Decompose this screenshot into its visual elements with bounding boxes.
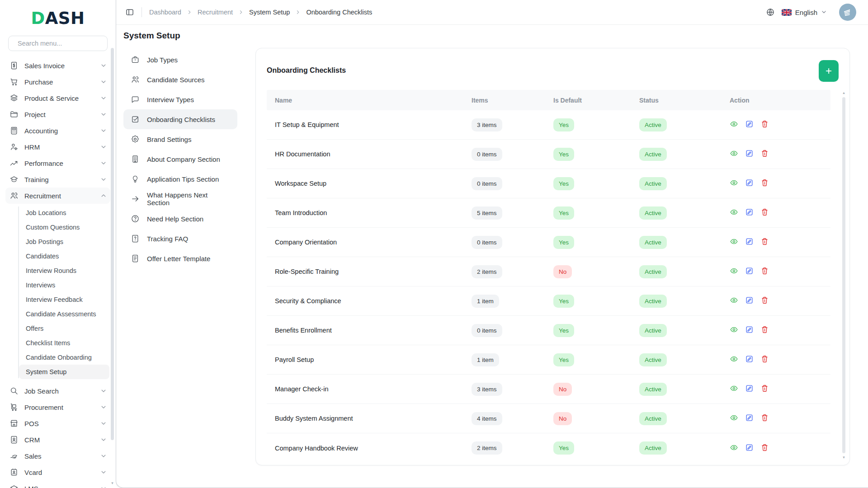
sidebar-scrollbar-thumb[interactable] — [111, 48, 114, 440]
view-button[interactable] — [730, 443, 738, 453]
setup-menu-item-tracking-faq[interactable]: Tracking FAQ — [123, 229, 237, 249]
submenu-item-custom-questions[interactable]: Custom Questions — [19, 220, 109, 235]
language-selector[interactable]: English — [782, 9, 827, 16]
sidebar-item-recruitment[interactable]: Recruitment — [5, 188, 110, 204]
is-default-badge: No — [553, 412, 572, 425]
edit-button[interactable] — [745, 384, 754, 394]
submenu-item-candidate-assessments[interactable]: Candidate Assessments — [19, 307, 109, 321]
setup-menu-item-application-tips-section[interactable]: Application Tips Section — [123, 169, 237, 189]
sidebar-item-crm[interactable]: CRM — [5, 432, 110, 448]
view-button[interactable] — [730, 178, 738, 188]
sidebar-item-hrm[interactable]: HRM — [5, 139, 110, 155]
edit-button[interactable] — [745, 443, 754, 453]
view-button[interactable] — [730, 296, 738, 306]
delete-button[interactable] — [760, 413, 769, 423]
globe-button[interactable] — [766, 8, 775, 17]
edit-button[interactable] — [745, 296, 754, 306]
submenu-item-interview-feedback[interactable]: Interview Feedback — [19, 292, 109, 307]
sidebar-item-training[interactable]: Training — [5, 171, 110, 188]
status-badge: Active — [639, 441, 667, 455]
setup-menu-item-job-types[interactable]: Job Types — [123, 50, 237, 70]
items-badge: 2 items — [472, 265, 502, 278]
view-button[interactable] — [730, 413, 738, 423]
add-checklist-button[interactable]: + — [819, 60, 839, 82]
sidebar-item-vcard[interactable]: Vcard — [5, 464, 110, 480]
view-button[interactable] — [730, 208, 738, 218]
table-scrollbar[interactable]: ▴ ▾ — [842, 91, 846, 460]
sidebar-item-product-and-service[interactable]: Product & Service — [5, 90, 110, 106]
delete-button[interactable] — [760, 267, 769, 277]
edit-button[interactable] — [745, 149, 754, 159]
setup-menu-item-what-happens-next-section[interactable]: What Happens Next Section — [123, 189, 237, 209]
scrollbar-down-arrow-icon[interactable]: ▾ — [110, 481, 114, 485]
breadcrumb-dashboard[interactable]: Dashboard — [149, 9, 181, 16]
scrollbar-down-arrow-icon[interactable]: ▾ — [842, 455, 846, 460]
submenu-item-interviews[interactable]: Interviews — [19, 278, 109, 292]
sidebar-search[interactable] — [8, 36, 108, 51]
edit-button[interactable] — [745, 237, 754, 247]
submenu-item-candidate-onboarding[interactable]: Candidate Onboarding — [19, 350, 109, 365]
edit-button[interactable] — [745, 355, 754, 365]
view-button[interactable] — [730, 384, 738, 394]
edit-button[interactable] — [745, 208, 754, 218]
submenu-item-offers[interactable]: Offers — [19, 321, 109, 336]
edit-button[interactable] — [745, 178, 754, 188]
sidebar-item-performance[interactable]: Performance — [5, 155, 110, 171]
submenu-item-checklist-items[interactable]: Checklist Items — [19, 336, 109, 350]
submenu-item-job-postings[interactable]: Job Postings — [19, 235, 109, 249]
sidebar-item-sales-invoice[interactable]: Sales Invoice — [5, 57, 110, 74]
delete-button[interactable] — [760, 325, 769, 335]
search-input[interactable] — [18, 40, 102, 47]
submenu-item-candidates[interactable]: Candidates — [19, 249, 109, 263]
delete-button[interactable] — [760, 208, 769, 218]
eye-icon — [730, 413, 738, 423]
setup-menu-item-onboarding-checklists[interactable]: Onboarding Checklists — [123, 109, 237, 129]
table-scrollbar-thumb[interactable] — [842, 97, 845, 453]
trash-icon — [760, 149, 769, 159]
sidebar-item-project[interactable]: Project — [5, 106, 110, 122]
delete-button[interactable] — [760, 443, 769, 453]
delete-button[interactable] — [760, 149, 769, 159]
setup-menu-item-interview-types[interactable]: Interview Types — [123, 89, 237, 109]
chevron-down-icon — [100, 127, 107, 134]
breadcrumb-recruitment[interactable]: Recruitment — [198, 9, 233, 16]
delete-button[interactable] — [760, 296, 769, 306]
sidebar-item-pos[interactable]: POS — [5, 415, 110, 432]
submenu-item-job-locations[interactable]: Job Locations — [19, 206, 109, 220]
view-button[interactable] — [730, 355, 738, 365]
delete-button[interactable] — [760, 237, 769, 247]
sidebar-item-accounting[interactable]: Accounting — [5, 122, 110, 139]
edit-button[interactable] — [745, 267, 754, 277]
sidebar-item-sales[interactable]: Sales — [5, 448, 110, 464]
edit-button[interactable] — [745, 325, 754, 335]
view-button[interactable] — [730, 267, 738, 277]
breadcrumb-system-setup[interactable]: System Setup — [249, 9, 290, 16]
submenu-item-system-setup[interactable]: System Setup — [19, 365, 109, 379]
edit-button[interactable] — [745, 413, 754, 423]
sidebar-item-procurement[interactable]: Procurement — [5, 399, 110, 415]
delete-button[interactable] — [760, 355, 769, 365]
view-button[interactable] — [730, 149, 738, 159]
sidebar-scrollbar[interactable]: ▾ — [110, 42, 114, 485]
setup-menu-item-candidate-sources[interactable]: Candidate Sources — [123, 70, 237, 89]
setup-menu-item-need-help-section[interactable]: Need Help Section — [123, 209, 237, 229]
user-avatar[interactable] — [839, 4, 856, 21]
setup-menu-item-offer-letter-template[interactable]: Offer Letter Template — [123, 249, 237, 268]
edit-button[interactable] — [745, 120, 754, 130]
sidebar-toggle-button[interactable] — [125, 8, 134, 17]
scrollbar-up-arrow-icon[interactable]: ▴ — [842, 91, 846, 95]
breadcrumb-onboarding-checklists[interactable]: Onboarding Checklists — [306, 9, 372, 16]
view-button[interactable] — [730, 120, 738, 130]
delete-button[interactable] — [760, 384, 769, 394]
setup-menu-item-label: Application Tips Section — [147, 175, 219, 183]
submenu-item-interview-rounds[interactable]: Interview Rounds — [19, 263, 109, 278]
setup-menu-item-brand-settings[interactable]: Brand Settings — [123, 129, 237, 149]
sidebar-item-lms[interactable]: LMS — [5, 480, 110, 488]
sidebar-item-purchase[interactable]: Purchase — [5, 74, 110, 90]
setup-menu-item-about-company-section[interactable]: About Company Section — [123, 149, 237, 169]
delete-button[interactable] — [760, 120, 769, 130]
sidebar-item-job-search[interactable]: Job Search — [5, 383, 110, 399]
view-button[interactable] — [730, 237, 738, 247]
view-button[interactable] — [730, 325, 738, 335]
delete-button[interactable] — [760, 178, 769, 188]
